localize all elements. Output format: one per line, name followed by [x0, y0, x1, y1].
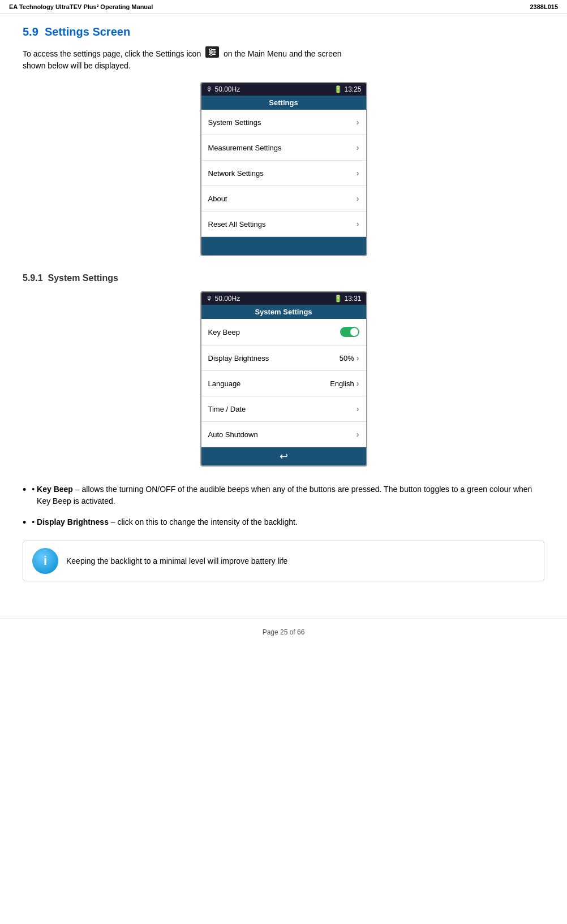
mic-icon: 🎙 — [206, 295, 213, 303]
header-left: EA Technology UltraTEV Plus² Operating M… — [9, 3, 153, 10]
page-number: Page 25 of 66 — [263, 628, 305, 636]
page-header: EA Technology UltraTEV Plus² Operating M… — [0, 0, 567, 14]
bullet-text: Key Beep – allows the turning ON/OFF of … — [37, 483, 544, 507]
menu-item-label: About — [208, 195, 227, 203]
back-arrow-icon[interactable]: ↩ — [280, 450, 288, 463]
bullet-text: Display Brightness – click on this to ch… — [37, 516, 298, 528]
menu-item-label: Measurement Settings — [208, 144, 282, 152]
status-right: 🔋 13:25 — [334, 85, 361, 93]
menu-item-reset-all-settings[interactable]: Reset All Settings › — [201, 211, 366, 237]
menu-item-chevron: › — [356, 143, 359, 152]
time-display: 13:25 — [344, 85, 361, 93]
menu-item-label: System Settings — [208, 118, 261, 127]
menu-item-chevron: › — [356, 118, 359, 127]
status-right: 🔋 13:31 — [334, 295, 361, 303]
bullet-item-display-brightness: • Display Brightness – click on this to … — [23, 516, 544, 530]
menu-item-chevron: › — [356, 169, 359, 178]
info-box: i Keeping the backlight to a minimal lev… — [23, 541, 544, 581]
battery-icon: 🔋 — [334, 85, 342, 93]
menu-item-chevron: › — [356, 194, 359, 203]
bullet-term: Display Brightness — [37, 517, 109, 526]
menu-item-time-date[interactable]: Time / Date › — [201, 396, 366, 422]
settings-screen-title: Settings — [201, 96, 366, 110]
svg-point-3 — [209, 49, 212, 51]
section-title: 5.9 Settings Screen — [23, 25, 544, 38]
settings-footer-bar — [201, 237, 366, 255]
info-text: Keeping the backlight to a minimal level… — [66, 555, 287, 567]
system-settings-status-bar: 🎙 50.00Hz 🔋 13:31 — [201, 292, 366, 305]
time-display: 13:31 — [344, 295, 361, 303]
freq-display: 50.00Hz — [215, 85, 240, 93]
intro-paragraph: To access the settings page, click the S… — [23, 46, 544, 72]
system-settings-footer-bar: ↩ — [201, 447, 366, 465]
menu-item-measurement-settings[interactable]: Measurement Settings › — [201, 135, 366, 161]
menu-item-chevron: › — [356, 219, 359, 228]
subsection-title: 5.9.1 System Settings — [23, 273, 544, 283]
menu-item-language[interactable]: Language English› — [201, 371, 366, 396]
menu-item-label: Time / Date — [208, 405, 246, 413]
menu-item-label: Language — [208, 379, 241, 388]
system-settings-device-screen: 🎙 50.00Hz 🔋 13:31 System Settings Key Be… — [200, 291, 367, 467]
menu-item-key-beep[interactable]: Key Beep — [201, 319, 366, 346]
menu-item-system-settings[interactable]: System Settings › — [201, 110, 366, 135]
menu-item-auto-shutdown[interactable]: Auto Shutdown › — [201, 422, 366, 447]
menu-item-label: Auto Shutdown — [208, 430, 258, 439]
settings-status-bar: 🎙 50.00Hz 🔋 13:25 — [201, 83, 366, 96]
bullet-item-key-beep: • Key Beep – allows the turning ON/OFF o… — [23, 483, 544, 507]
svg-point-5 — [210, 53, 212, 55]
menu-item-about[interactable]: About › — [201, 186, 366, 211]
header-right: 2388L015 — [530, 3, 558, 10]
info-icon: i — [32, 548, 58, 574]
svg-point-4 — [213, 51, 215, 53]
freq-display: 50.00Hz — [215, 295, 240, 303]
mic-icon: 🎙 — [206, 85, 213, 93]
bullet-term: Key Beep — [37, 485, 73, 494]
menu-item-label: Display Brightness — [208, 354, 269, 362]
menu-item-label: Network Settings — [208, 169, 264, 178]
brightness-value: 50%› — [340, 353, 359, 362]
settings-icon-inline — [205, 46, 219, 58]
toggle-on-indicator[interactable] — [340, 327, 359, 337]
page-footer: Page 25 of 66 — [0, 619, 567, 645]
language-value: English› — [330, 379, 359, 388]
menu-item-label: Reset All Settings — [208, 220, 266, 228]
bullet-list: • Key Beep – allows the turning ON/OFF o… — [23, 483, 544, 530]
main-content: 5.9 Settings Screen To access the settin… — [0, 14, 567, 602]
battery-icon: 🔋 — [334, 295, 342, 303]
menu-item-chevron: › — [356, 404, 359, 413]
menu-item-label: Key Beep — [208, 328, 240, 336]
key-beep-toggle[interactable] — [340, 327, 359, 337]
settings-device-screen: 🎙 50.00Hz 🔋 13:25 Settings System Settin… — [200, 82, 367, 256]
menu-item-network-settings[interactable]: Network Settings › — [201, 161, 366, 186]
status-left: 🎙 50.00Hz — [206, 85, 240, 93]
menu-item-chevron: › — [356, 430, 359, 439]
menu-item-display-brightness[interactable]: Display Brightness 50%› — [201, 346, 366, 371]
system-settings-screen-title: System Settings — [201, 305, 366, 319]
status-left: 🎙 50.00Hz — [206, 295, 240, 303]
